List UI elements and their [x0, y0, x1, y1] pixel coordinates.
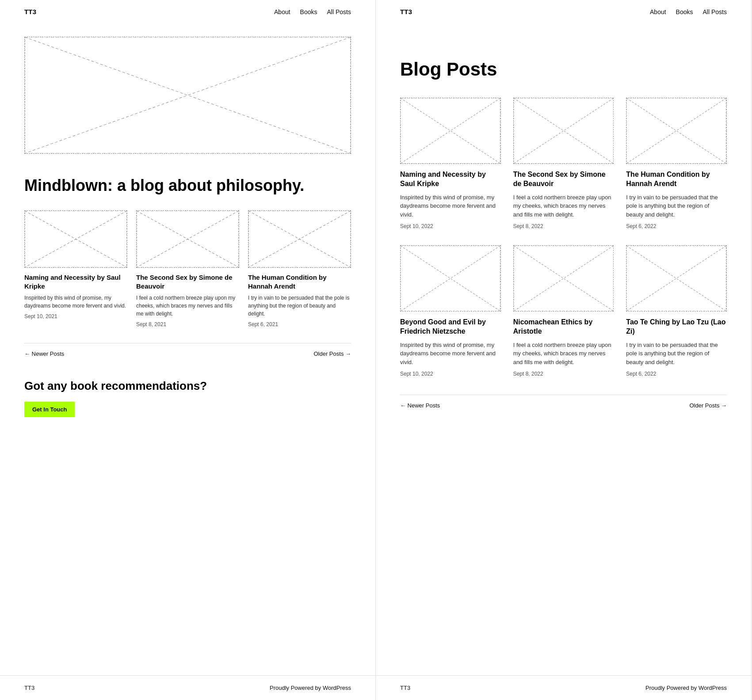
right-post-r2c1: Beyond Good and Evil by Friedrich Nietzs…: [400, 245, 501, 377]
left-post-thumb-2: [136, 210, 239, 268]
right-post-r2c2: Nicomachean Ethics by Aristotle I feel a…: [513, 245, 614, 377]
right-excerpt-r2c1: Inspirited by this wind of promise, my d…: [400, 341, 501, 367]
right-excerpt-r1c2: I feel a cold northern breeze play upon …: [513, 193, 614, 219]
left-post-excerpt-1: Inspirited by this wind of promise, my d…: [24, 294, 127, 310]
right-title-r1c2: The Second Sex by Simone de Beauvoir: [513, 170, 614, 189]
left-post-excerpt-2: I feel a cold northern breeze play upon …: [136, 294, 239, 318]
left-post-thumb-1: [24, 210, 127, 268]
right-date-r1c2: Sept 8, 2022: [513, 223, 614, 229]
left-older-posts[interactable]: Older Posts →: [313, 350, 351, 357]
right-posts-row1: Naming and Necessity by Saul Kripke Insp…: [400, 98, 727, 229]
left-footer: TT3 Proudly Powered by WordPress: [0, 675, 375, 700]
left-post-thumb-3: [248, 210, 351, 268]
right-page-title: Blog Posts: [400, 59, 727, 80]
left-footer-powered: Proudly Powered by WordPress: [270, 685, 351, 691]
right-title-r1c3: The Human Condition by Hannah Arendt: [626, 170, 727, 189]
right-title-r2c3: Tao Te Ching by Lao Tzu (Lao Zi): [626, 318, 727, 336]
left-cta-section: Got any book recommendations? Get In Tou…: [24, 379, 351, 417]
right-post-r1c1: Naming and Necessity by Saul Kripke Insp…: [400, 98, 501, 229]
left-panel: TT3 About Books All Posts Mindblown: a b…: [0, 0, 376, 700]
left-pagination: ← Newer Posts Older Posts →: [24, 343, 351, 357]
right-thumb-r1c3: [626, 98, 727, 164]
right-post-r1c3: The Human Condition by Hannah Arendt I t…: [626, 98, 727, 229]
right-title-r2c2: Nicomachean Ethics by Aristotle: [513, 318, 614, 336]
left-cta-title: Got any book recommendations?: [24, 379, 351, 393]
left-post-card-3: The Human Condition by Hannah Arendt I t…: [248, 210, 351, 327]
right-posts-row2: Beyond Good and Evil by Friedrich Nietzs…: [400, 245, 727, 377]
right-nav-links: About Books All Posts: [650, 8, 727, 15]
left-nav: TT3 About Books All Posts: [0, 0, 375, 23]
left-nav-about[interactable]: About: [274, 8, 290, 15]
right-date-r2c2: Sept 8, 2022: [513, 371, 614, 377]
right-thumb-r2c1: [400, 245, 501, 312]
right-thumb-r2c2: [513, 245, 614, 312]
right-panel: TT3 About Books All Posts Blog Posts Nam…: [376, 0, 752, 700]
left-footer-site: TT3: [24, 685, 34, 691]
right-nav: TT3 About Books All Posts: [376, 0, 751, 23]
left-nav-books[interactable]: Books: [300, 8, 317, 15]
right-excerpt-r2c2: I feel a cold northern breeze play upon …: [513, 341, 614, 367]
right-post-r1c2: The Second Sex by Simone de Beauvoir I f…: [513, 98, 614, 229]
left-post-card-1: Naming and Necessity by Saul Kripke Insp…: [24, 210, 127, 327]
left-hero-title: Mindblown: a blog about philosophy.: [24, 176, 351, 195]
left-post-title-3: The Human Condition by Hannah Arendt: [248, 273, 351, 290]
left-hero-image: [24, 37, 351, 154]
right-footer: TT3 Proudly Powered by WordPress: [376, 675, 751, 700]
right-footer-powered: Proudly Powered by WordPress: [645, 685, 727, 691]
right-excerpt-r1c3: I try in vain to be persuaded that the p…: [626, 193, 727, 219]
left-post-date-1: Sept 10, 2021: [24, 313, 127, 320]
right-older-posts[interactable]: Older Posts →: [689, 402, 727, 409]
left-post-date-3: Sept 6, 2021: [248, 321, 351, 327]
right-title-r1c1: Naming and Necessity by Saul Kripke: [400, 170, 501, 189]
left-post-date-2: Sept 8, 2021: [136, 321, 239, 327]
right-thumb-r1c2: [513, 98, 614, 164]
left-post-title-1: Naming and Necessity by Saul Kripke: [24, 273, 127, 290]
right-excerpt-r1c1: Inspirited by this wind of promise, my d…: [400, 193, 501, 219]
right-nav-books[interactable]: Books: [676, 8, 693, 15]
right-newer-posts[interactable]: ← Newer Posts: [400, 402, 440, 409]
right-date-r2c1: Sept 10, 2022: [400, 371, 501, 377]
right-thumb-r1c1: [400, 98, 501, 164]
right-date-r1c1: Sept 10, 2022: [400, 223, 501, 229]
right-post-r2c3: Tao Te Ching by Lao Tzu (Lao Zi) I try i…: [626, 245, 727, 377]
left-newer-posts[interactable]: ← Newer Posts: [24, 350, 64, 357]
left-post-excerpt-3: I try in vain to be persuaded that the p…: [248, 294, 351, 318]
left-posts-grid: Naming and Necessity by Saul Kripke Insp…: [24, 210, 351, 327]
left-post-title-2: The Second Sex by Simone de Beauvoir: [136, 273, 239, 290]
left-cta-button[interactable]: Get In Touch: [24, 402, 75, 417]
right-date-r2c3: Sept 6, 2022: [626, 371, 727, 377]
right-excerpt-r2c3: I try in vain to be persuaded that the p…: [626, 341, 727, 367]
left-post-card-2: The Second Sex by Simone de Beauvoir I f…: [136, 210, 239, 327]
right-thumb-r2c3: [626, 245, 727, 312]
left-nav-all-posts[interactable]: All Posts: [327, 8, 351, 15]
left-site-title: TT3: [24, 8, 36, 15]
right-date-r1c3: Sept 6, 2022: [626, 223, 727, 229]
right-nav-about[interactable]: About: [650, 8, 666, 15]
right-nav-all-posts[interactable]: All Posts: [703, 8, 727, 15]
left-nav-links: About Books All Posts: [274, 8, 351, 15]
right-site-title: TT3: [400, 8, 412, 15]
right-pagination: ← Newer Posts Older Posts →: [400, 395, 727, 409]
right-title-r2c1: Beyond Good and Evil by Friedrich Nietzs…: [400, 318, 501, 336]
right-footer-site: TT3: [400, 685, 410, 691]
